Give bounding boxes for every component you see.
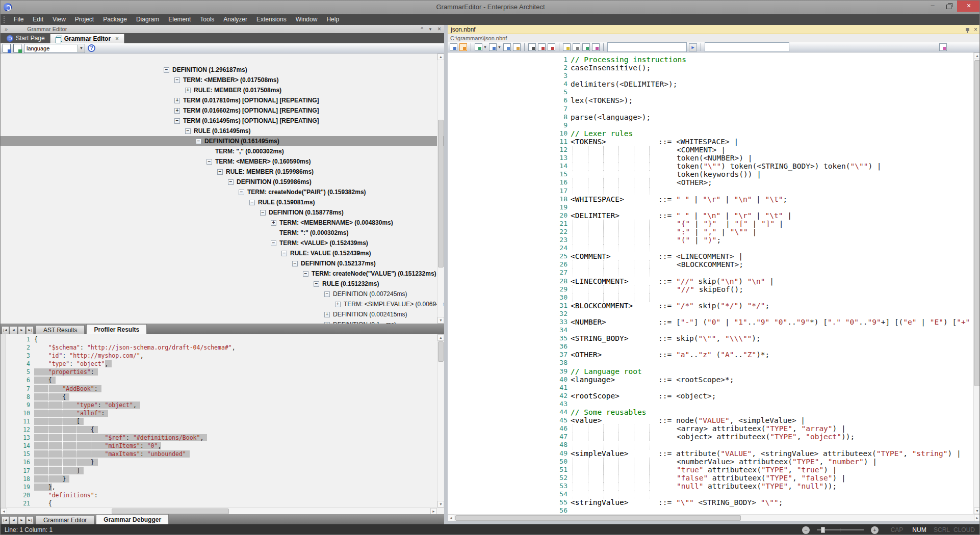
image-export-icon[interactable]	[475, 43, 482, 51]
minus-expander-icon[interactable]: −	[324, 291, 330, 297]
go-icon[interactable]: ►	[689, 43, 697, 51]
search-input[interactable]	[607, 42, 687, 52]
menu-file[interactable]: File	[9, 14, 28, 25]
tree-row[interactable]: −TERM (0.161495ms) [OPTIONAL] [REPEATING…	[1, 116, 444, 126]
scroll-up-icon[interactable]: ▲	[974, 52, 980, 59]
split-view-icon[interactable]	[450, 43, 457, 51]
scroll-down-icon[interactable]: ▼	[437, 317, 444, 324]
run-parser-icon[interactable]	[13, 44, 21, 52]
minus-expander-icon[interactable]: −	[249, 200, 255, 205]
tree-row[interactable]: +DEFINITION (0.002415ms)	[1, 309, 444, 319]
close-panel-icon[interactable]: ×	[437, 25, 441, 33]
tree-row[interactable]: −TERM: createNode("PAIR") (0.159382ms)	[1, 187, 444, 197]
scroll-down-icon[interactable]: ▼	[437, 501, 444, 507]
tree-row[interactable]: +DEFINITION (0.1…ms)	[1, 319, 444, 324]
plus-expander-icon[interactable]: +	[335, 302, 341, 307]
copy-icon[interactable]	[503, 43, 511, 51]
tab-grammar-debugger[interactable]: Grammar Debugger	[96, 514, 169, 524]
tree-row[interactable]: −TERM: <MEMBER> (0.017508ms)	[1, 75, 444, 85]
menu-tools[interactable]: Tools	[195, 14, 219, 25]
replace-in-doc-icon[interactable]	[548, 43, 555, 51]
json-horizontal-scrollbar[interactable]: ◄ ►	[1, 507, 444, 514]
overflow-icon[interactable]: »	[5, 26, 8, 32]
menu-diagram[interactable]: Diagram	[132, 14, 164, 25]
plus-expander-icon[interactable]: +	[324, 312, 330, 317]
menu-project[interactable]: Project	[70, 14, 98, 25]
minus-expander-icon[interactable]: −	[314, 281, 319, 287]
tree-row[interactable]: −RULE: VALUE (0.152439ms)	[1, 248, 444, 258]
tabs-scroll-first-button[interactable]: |◄	[2, 516, 9, 524]
scroll-up-icon[interactable]: ▲	[437, 54, 444, 60]
minus-expander-icon[interactable]: −	[303, 271, 308, 277]
tabs-scroll-prev-button[interactable]: ◄	[10, 516, 17, 524]
filter-input[interactable]	[705, 42, 789, 52]
tree-row[interactable]: −RULE (0.161495ms)	[1, 126, 444, 136]
line-numbers-icon[interactable]	[459, 43, 467, 51]
json-vertical-scrollbar[interactable]: ▲ ▼	[437, 334, 444, 507]
tabs-scroll-next-button[interactable]: ►	[18, 326, 25, 334]
minus-expander-icon[interactable]: −	[228, 179, 234, 185]
tab-grammar-editor[interactable]: Grammar Editor×	[50, 34, 124, 43]
language-combo[interactable]: language ▼	[24, 44, 85, 53]
tree-row[interactable]: −DEFINITION (0.159986ms)	[1, 177, 444, 187]
paste-icon[interactable]	[513, 43, 521, 51]
document-title-bar[interactable]: json.nbnf ×	[448, 25, 980, 34]
tree-row[interactable]: +TERM: <SIMPLEVALUE> (0.006943ms)	[1, 299, 444, 309]
scroll-down-icon[interactable]: ▼	[974, 507, 980, 514]
scroll-left-icon[interactable]: ◄	[448, 515, 454, 521]
help-icon[interactable]: ?	[88, 44, 95, 52]
menu-package[interactable]: Package	[98, 14, 132, 25]
minus-expander-icon[interactable]: −	[185, 128, 191, 134]
collapse-icon[interactable]: ^	[421, 26, 423, 32]
chevron-down-icon[interactable]: ▼	[498, 45, 501, 49]
minimize-button[interactable]: –	[924, 1, 941, 12]
tree-row[interactable]: −TERM: <VALUE> (0.152439ms)	[1, 238, 444, 248]
tree-vertical-scrollbar[interactable]: ▲ ▼	[437, 54, 444, 324]
menu-element[interactable]: Element	[164, 14, 195, 25]
tree-row[interactable]: −TERM: <MEMBER> (0.160590ms)	[1, 156, 444, 167]
zoom-slider-thumb[interactable]	[821, 527, 825, 533]
tree-row[interactable]: TERM: "," (0.000302ms)	[1, 146, 444, 156]
tree-row[interactable]: −RULE: MEMBER (0.159986ms)	[1, 167, 444, 177]
minus-expander-icon[interactable]: −	[292, 261, 298, 266]
indent-icon[interactable]	[573, 43, 580, 51]
tree-row[interactable]: −DEFINITION (0.158778ms)	[1, 207, 444, 218]
profiler-tree[interactable]: −DEFINITION (1.296187ms)−TERM: <MEMBER> …	[1, 54, 444, 324]
json-source-editor[interactable]: 1{2 "$schema": "http://json-schema.org/d…	[1, 334, 444, 507]
validate-grammar-icon[interactable]	[3, 44, 11, 52]
find-in-doc-icon[interactable]	[538, 43, 546, 51]
menu-help[interactable]: Help	[322, 14, 344, 25]
plus-expander-icon[interactable]: +	[185, 88, 191, 93]
grammar-source-editor[interactable]: 1// Processing instructions2caseInsensit…	[448, 52, 980, 514]
zoom-in-icon[interactable]: +	[871, 526, 879, 534]
close-tab-icon[interactable]: ×	[115, 34, 119, 44]
minus-expander-icon[interactable]: −	[271, 240, 276, 246]
minus-expander-icon[interactable]: −	[174, 118, 180, 124]
pin-icon[interactable]	[966, 28, 969, 31]
tree-row[interactable]: +TERM: <MEMBERNAME> (0.004830ms)	[1, 218, 444, 228]
menu-analyzer[interactable]: Analyzer	[219, 14, 252, 25]
bookmark-icon[interactable]	[592, 43, 600, 51]
plus-expander-icon[interactable]: +	[174, 98, 180, 103]
minus-expander-icon[interactable]: −	[281, 251, 287, 256]
scrollbar-thumb[interactable]	[455, 515, 741, 521]
menu-edit[interactable]: Edit	[28, 14, 48, 25]
restore-button[interactable]	[941, 1, 957, 12]
tab-profiler-results[interactable]: Profiler Results	[86, 324, 147, 334]
tabs-scroll-prev-button[interactable]: ◄	[10, 326, 17, 334]
plus-expander-icon[interactable]: +	[174, 108, 180, 114]
tree-row[interactable]: +RULE: MEMBER (0.017508ms)	[1, 85, 444, 95]
minus-expander-icon[interactable]: −	[207, 159, 212, 165]
menu-extensions[interactable]: Extensions	[252, 14, 291, 25]
tree-row[interactable]: −TERM: createNode("VALUE") (0.151232ms)	[1, 269, 444, 279]
plus-expander-icon[interactable]: +	[271, 220, 276, 226]
auto-format-icon[interactable]	[563, 43, 571, 51]
tree-row[interactable]: −DEFINITION (0.007245ms)	[1, 289, 444, 299]
zoom-slider[interactable]	[817, 529, 864, 530]
scrollbar-thumb[interactable]	[112, 509, 229, 514]
intellisense-icon[interactable]	[939, 43, 947, 51]
dropdown-icon[interactable]: ▼	[428, 27, 432, 32]
tree-row[interactable]: −RULE (0.159081ms)	[1, 197, 444, 207]
minus-expander-icon[interactable]: −	[217, 169, 223, 175]
tree-row[interactable]: +TERM (0.016602ms) [OPTIONAL] [REPEATING…	[1, 105, 444, 116]
